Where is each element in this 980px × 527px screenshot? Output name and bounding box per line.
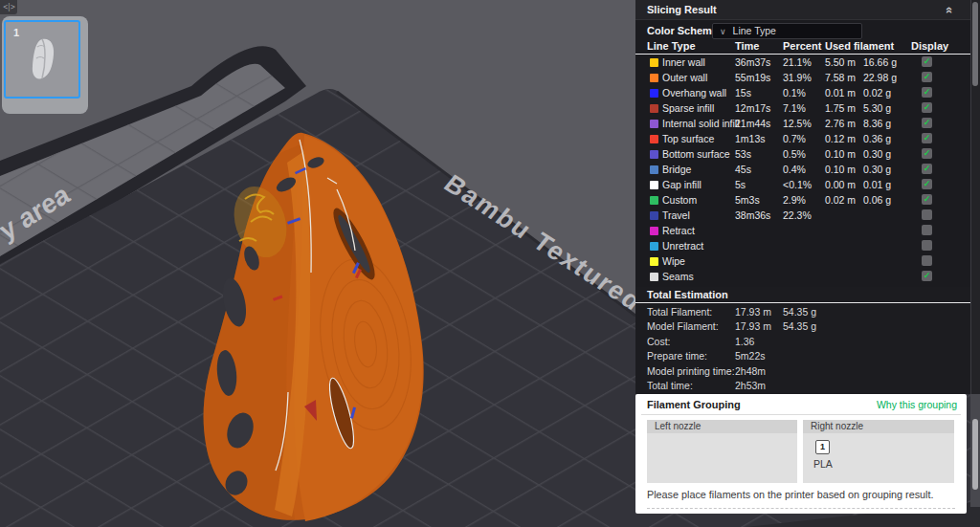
cell-weight: 5.30 g (863, 102, 891, 114)
line-type-name: Retract (662, 225, 695, 236)
cell-weight: 0.30 g (863, 164, 891, 175)
total-estimation-section: Total Estimation Total Filament:17.93 m5… (635, 287, 970, 394)
plate-list: 1 (2, 16, 88, 114)
cell-length: 0.02 m (825, 194, 856, 206)
line-type-swatch (650, 227, 658, 235)
column-header-percent: Percent (783, 40, 821, 52)
side-scrollbar-thumb[interactable] (972, 419, 978, 490)
display-checkbox[interactable]: ✓ (922, 194, 932, 205)
cell-weight: 8.36 g (863, 118, 891, 129)
display-checkbox[interactable]: ✓ (922, 133, 932, 143)
display-checkbox[interactable]: ✓ (922, 87, 932, 98)
column-header-line-type: Line Type (647, 40, 696, 52)
line-type-name: Overhang wall (662, 87, 726, 99)
collapse-panel-icon[interactable]: « (943, 7, 957, 13)
estimation-value: 2h53m (735, 380, 766, 391)
chevron-down-icon: ∨ (720, 27, 726, 36)
line-type-name: Unretract (662, 240, 703, 252)
display-checkbox[interactable]: ✓ (922, 225, 932, 235)
color-scheme-dropdown[interactable]: ∨Line Type (712, 23, 862, 39)
cell-time: 5s (735, 179, 746, 190)
display-checkbox[interactable]: ✓ (922, 240, 932, 251)
line-type-swatch (650, 165, 658, 174)
display-checkbox[interactable]: ✓ (922, 164, 932, 174)
cell-percent: 0.4% (783, 164, 806, 175)
display-checkbox[interactable]: ✓ (922, 179, 932, 189)
line-type-swatch (650, 58, 658, 67)
line-type-name: Sparse infill (662, 102, 714, 114)
line-type-swatch (650, 211, 658, 220)
estimation-row: Total time:2h53m (635, 379, 970, 393)
cell-time: 36m37s (735, 56, 770, 68)
estimation-label: Total Filament: (647, 306, 712, 318)
estimation-value: 2h48m (735, 365, 766, 377)
line-type-swatch (650, 273, 658, 281)
table-row: Inner wall36m37s21.1%5.50 m16.66 g✓ (635, 55, 970, 70)
cell-weight: 0.36 g (863, 133, 891, 144)
table-row: Custom5m3s2.9%0.02 m0.06 g✓ (635, 192, 970, 208)
cell-percent: 7.1% (783, 102, 806, 114)
display-checkbox[interactable]: ✓ (922, 102, 932, 113)
cell-percent: 2.9% (783, 194, 806, 206)
cell-weight: 0.30 g (863, 148, 891, 160)
right-nozzle-label: Right nozzle (803, 420, 954, 433)
display-checkbox[interactable]: ✓ (922, 209, 932, 220)
table-row: Sparse infill12m17s7.1%1.75 m5.30 g✓ (635, 100, 970, 116)
display-checkbox[interactable]: ✓ (922, 148, 932, 159)
cell-weight: 16.66 g (863, 56, 897, 68)
cell-time: 5m3s (735, 194, 760, 206)
cell-percent: <0.1% (783, 179, 812, 190)
color-scheme-value: Line Type (733, 25, 776, 36)
line-type-swatch (650, 196, 658, 205)
why-this-grouping-link[interactable]: Why this grouping (877, 399, 957, 410)
left-nozzle-box[interactable]: Left nozzle (647, 420, 797, 483)
line-type-name: Bridge (662, 164, 691, 175)
column-header-time: Time (735, 40, 759, 52)
filament-badge[interactable]: 1 (815, 440, 830, 454)
cell-time: 15s (735, 87, 751, 99)
cell-length: 0.10 m (825, 164, 856, 175)
line-type-name: Custom (662, 194, 697, 206)
cell-length: 0.01 m (825, 87, 856, 99)
panel-scrollbar-thumb[interactable] (972, 2, 978, 86)
line-type-swatch (650, 257, 658, 266)
divider (641, 414, 961, 415)
plate-thumbnail[interactable]: 1 (4, 20, 80, 99)
cell-length: 1.75 m (825, 102, 856, 114)
panel-header: Slicing Result « (635, 0, 970, 20)
estimation-row: Cost:1.36 (635, 335, 970, 349)
cell-time: 12m17s (735, 102, 770, 114)
grouping-note: Please place filaments on the printer ba… (647, 489, 934, 500)
line-type-name: Travel (662, 209, 690, 221)
estimation-row: Model printing time:2h48m (635, 364, 970, 379)
filament-grouping-card: Filament Grouping Why this grouping Left… (635, 394, 967, 514)
display-checkbox[interactable]: ✓ (922, 56, 932, 67)
display-checkbox[interactable]: ✓ (922, 72, 932, 82)
table-row: Bridge45s0.4%0.10 m0.30 g✓ (635, 162, 970, 177)
estimation-row: Total Filament:17.93 m54.35 g (635, 305, 970, 319)
viewport-collapse-icon[interactable]: <|> (0, 0, 17, 14)
filament-type-label: PLA (813, 458, 833, 470)
cell-weight: 0.02 g (863, 87, 891, 99)
cell-length: 0.00 m (825, 179, 856, 190)
panel-title: Slicing Result (647, 4, 717, 15)
cell-length: 2.76 m (825, 118, 856, 129)
plate-number: 1 (13, 27, 19, 38)
line-type-swatch (650, 181, 658, 189)
color-scheme-label: Color Scheme (647, 25, 718, 36)
cell-weight: 22.98 g (863, 72, 897, 83)
estimation-label: Prepare time: (647, 350, 707, 362)
cell-length: 7.58 m (825, 72, 856, 83)
cell-length: 5.50 m (825, 56, 856, 68)
display-checkbox[interactable]: ✓ (922, 271, 932, 281)
display-checkbox[interactable]: ✓ (922, 255, 932, 266)
line-type-name: Bottom surface (662, 148, 730, 160)
line-type-swatch (650, 135, 658, 143)
estimation-label: Model Filament: (647, 320, 719, 332)
table-row: Gap infill5s<0.1%0.00 m0.01 g✓ (635, 177, 970, 192)
plate-thumbnail-model (23, 35, 65, 85)
right-nozzle-box[interactable]: Right nozzle 1 PLA (803, 420, 954, 483)
estimation-value: 17.93 m (735, 320, 771, 332)
display-checkbox[interactable]: ✓ (922, 118, 932, 128)
divider (635, 302, 970, 303)
